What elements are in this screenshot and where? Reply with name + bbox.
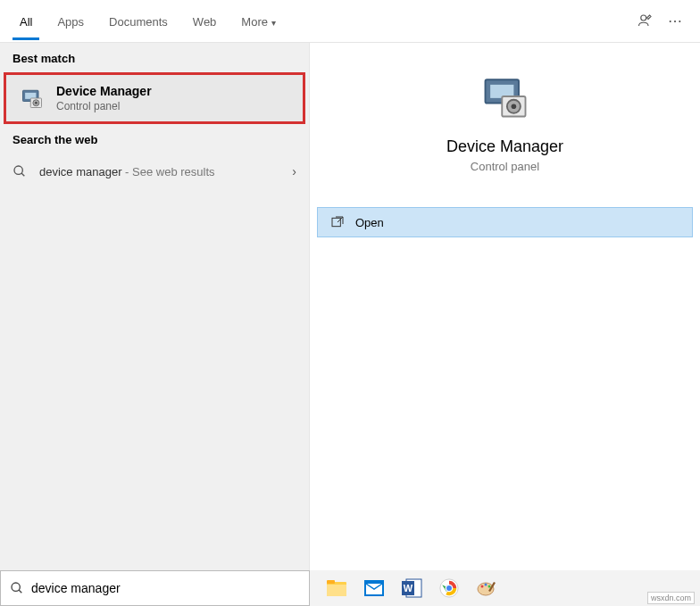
svg-text:W: W [404,583,413,594]
tab-all[interactable]: All [7,3,45,39]
paint-icon[interactable] [471,574,503,602]
word-icon[interactable]: W [396,574,428,602]
feedback-icon[interactable] [638,12,654,29]
device-manager-icon [19,85,46,112]
chevron-right-icon: › [292,164,296,178]
open-icon [330,215,345,229]
best-match-header: Best match [0,43,309,72]
taskbar: W wsxdn.com [310,570,700,606]
best-match-title: Device Manager [56,84,290,98]
chrome-icon[interactable] [433,574,465,602]
bottom-bar: W wsxdn.com [0,570,700,606]
main-content: Best match Device Manager Control panel … [0,43,700,570]
tab-documents[interactable]: Documents [96,3,180,39]
filter-tabs-bar: All Apps Documents Web More▾ ⋯ [0,0,700,43]
open-label: Open [355,216,384,229]
tab-more[interactable]: More▾ [229,3,288,39]
svg-point-27 [481,585,484,588]
tab-web[interactable]: Web [180,3,229,39]
file-explorer-icon[interactable] [321,574,353,602]
search-icon [12,164,30,178]
svg-point-12 [511,104,516,109]
best-match-text: Device Manager Control panel [56,84,290,112]
svg-rect-13 [332,218,340,226]
svg-line-15 [19,590,21,593]
web-search-result[interactable]: device manager - See web results › [0,154,309,189]
device-manager-large-icon [479,70,532,123]
svg-rect-17 [327,580,335,584]
svg-point-25 [446,585,452,591]
preview-pane: Device Manager Control panel Open [310,43,700,570]
search-input[interactable] [31,581,300,595]
svg-point-0 [641,15,646,21]
svg-line-7 [21,173,24,176]
svg-point-14 [12,583,20,591]
results-pane: Best match Device Manager Control panel … [0,43,310,570]
mail-icon[interactable] [358,574,390,602]
svg-point-28 [485,584,488,586]
open-button[interactable]: Open [317,207,693,237]
preview-card: Device Manager Control panel [310,43,700,191]
svg-point-5 [35,102,38,104]
top-actions: ⋯ [638,12,693,29]
chevron-down-icon: ▾ [271,18,276,28]
preview-subtitle: Control panel [328,160,682,173]
more-options-icon[interactable]: ⋯ [668,12,682,29]
svg-point-29 [488,585,491,588]
svg-rect-18 [327,585,346,596]
svg-point-6 [14,166,22,174]
best-match-result[interactable]: Device Manager Control panel [4,72,305,124]
search-box[interactable] [0,570,310,606]
search-icon [10,581,24,595]
web-result-text: device manager - See web results [39,165,292,178]
tab-apps[interactable]: Apps [45,3,96,39]
preview-title: Device Manager [328,137,682,156]
best-match-subtitle: Control panel [56,100,290,112]
search-web-header: Search the web [0,124,309,154]
watermark: wsxdn.com [647,592,695,604]
filter-tabs: All Apps Documents Web More▾ [7,3,638,39]
